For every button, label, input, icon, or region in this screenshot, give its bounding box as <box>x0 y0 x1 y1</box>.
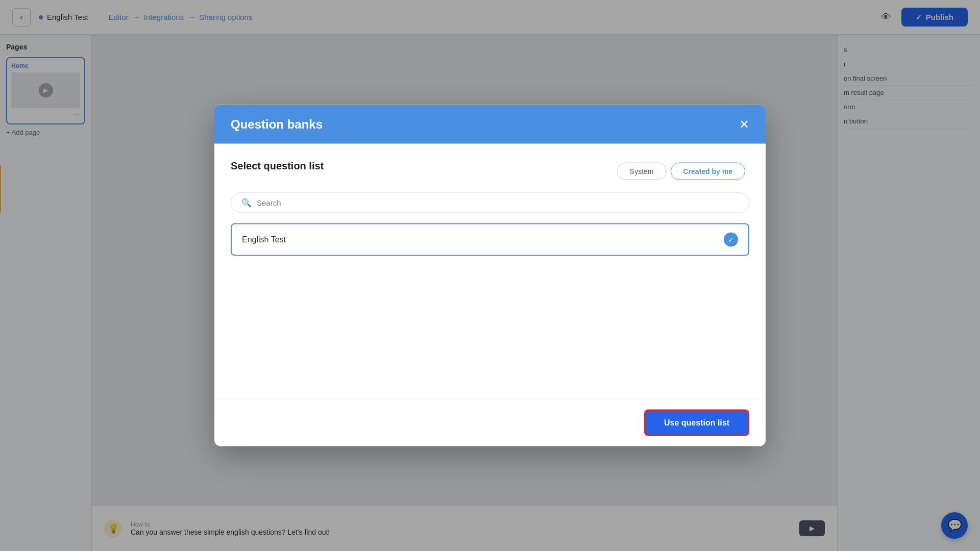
section-header-row: Select question list System Created by m… <box>231 160 749 182</box>
modal-body: Select question list System Created by m… <box>214 144 766 399</box>
filter-tab-created-by-me[interactable]: Created by me <box>671 162 745 180</box>
english-test-label: English Test <box>242 235 286 244</box>
filter-tab-system[interactable]: System <box>617 162 667 180</box>
modal-footer: Use question list <box>214 399 766 446</box>
search-icon: 🔍 <box>241 198 252 208</box>
search-input[interactable] <box>257 198 739 207</box>
section-title: Select question list <box>231 160 324 172</box>
selected-check-icon: ✓ <box>724 233 738 247</box>
modal-close-button[interactable]: ✕ <box>739 118 749 131</box>
filter-tabs: System Created by me <box>617 162 749 180</box>
english-test-list-item[interactable]: English Test ✓ <box>231 223 749 256</box>
search-bar: 🔍 <box>231 192 749 213</box>
modal-title: Question banks <box>231 117 323 132</box>
modal-header: Question banks ✕ <box>214 105 766 144</box>
use-question-list-button[interactable]: Use question list <box>644 410 749 436</box>
question-banks-modal: Question banks ✕ Select question list Sy… <box>214 105 766 446</box>
